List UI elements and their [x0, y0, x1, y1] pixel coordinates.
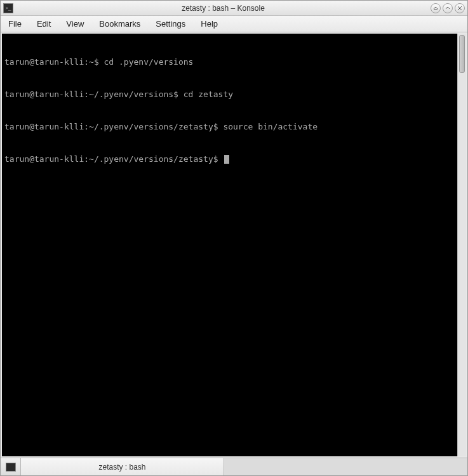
menubar: File Edit View Bookmarks Settings Help: [1, 16, 467, 32]
prompt: tarun@tarun-klli:~/.pyenv/versions/zetas…: [4, 154, 223, 164]
close-button[interactable]: [455, 3, 465, 13]
konsole-window: >_ zetasty : bash – Konsole File Edit Vi…: [0, 0, 468, 476]
titlebar: >_ zetasty : bash – Konsole: [1, 1, 467, 16]
tabbar: zetasty : bash: [1, 458, 467, 475]
cursor: [224, 155, 229, 164]
terminal-icon: [6, 463, 16, 472]
menu-bookmarks[interactable]: Bookmarks: [91, 17, 148, 31]
window-controls: [431, 3, 465, 13]
prompt: tarun@tarun-klli:~/.pyenv/versions$: [4, 89, 184, 99]
command-text: cd zetasty: [184, 89, 233, 99]
new-tab-button[interactable]: [1, 458, 21, 475]
terminal-container: tarun@tarun-klli:~$ cd .pyenv/versions t…: [1, 32, 467, 458]
prompt: tarun@tarun-klli:~$: [4, 57, 104, 67]
konsole-app-icon: >_: [3, 3, 13, 13]
tab-label: zetasty : bash: [98, 463, 145, 472]
window-title: zetasty : bash – Konsole: [16, 4, 431, 13]
maximize-button[interactable]: [443, 3, 453, 13]
menu-help[interactable]: Help: [193, 17, 225, 31]
terminal[interactable]: tarun@tarun-klli:~$ cd .pyenv/versions t…: [2, 34, 457, 456]
command-text: source bin/activate: [223, 122, 318, 131]
tabbar-empty: [224, 458, 467, 475]
tab-active[interactable]: zetasty : bash: [21, 458, 224, 475]
terminal-line: tarun@tarun-klli:~/.pyenv/versions/zetas…: [4, 121, 455, 132]
prompt: tarun@tarun-klli:~/.pyenv/versions/zetas…: [4, 122, 223, 131]
terminal-line: tarun@tarun-klli:~$ cd .pyenv/versions: [4, 56, 455, 67]
command-text: cd .pyenv/versions: [104, 57, 194, 67]
menu-edit[interactable]: Edit: [29, 17, 58, 31]
menu-settings[interactable]: Settings: [148, 17, 193, 31]
terminal-scrollbar[interactable]: [457, 34, 466, 456]
scrollbar-thumb[interactable]: [459, 35, 465, 73]
menu-view[interactable]: View: [58, 17, 91, 31]
terminal-line: tarun@tarun-klli:~/.pyenv/versions/zetas…: [4, 154, 455, 164]
terminal-line: tarun@tarun-klli:~/.pyenv/versions$ cd z…: [4, 89, 455, 100]
menu-file[interactable]: File: [4, 17, 29, 31]
minimize-button[interactable]: [431, 3, 441, 13]
